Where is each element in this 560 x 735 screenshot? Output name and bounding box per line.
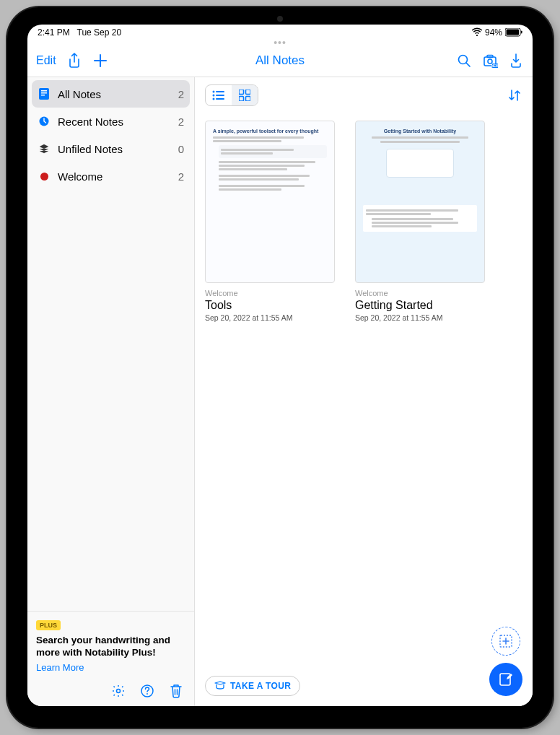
svg-rect-6 bbox=[487, 56, 493, 58]
status-date: Tue Sep 20 bbox=[77, 27, 122, 38]
svg-rect-9 bbox=[39, 88, 49, 100]
sidebar-item-count: 2 bbox=[178, 170, 184, 183]
share-icon[interactable] bbox=[66, 53, 82, 69]
svg-rect-28 bbox=[500, 674, 510, 685]
search-icon[interactable] bbox=[456, 53, 472, 69]
view-segmented bbox=[205, 84, 258, 106]
grid-view-button[interactable] bbox=[232, 85, 258, 105]
new-note-button[interactable] bbox=[489, 663, 522, 696]
note-folder: Welcome bbox=[355, 289, 485, 297]
sort-icon[interactable] bbox=[507, 87, 522, 103]
svg-rect-12 bbox=[41, 95, 45, 96]
sidebar-item-unfiled[interactable]: Unfiled Notes 0 bbox=[27, 135, 194, 162]
sidebar-item-all-notes[interactable]: All Notes 2 bbox=[32, 80, 190, 108]
sidebar-item-label: Welcome bbox=[58, 170, 102, 183]
svg-point-14 bbox=[117, 690, 121, 693]
trash-icon[interactable] bbox=[168, 683, 184, 699]
svg-rect-24 bbox=[246, 90, 251, 95]
svg-rect-10 bbox=[41, 90, 47, 92]
sidebar-item-label: Unfiled Notes bbox=[58, 143, 123, 155]
stack-icon bbox=[38, 142, 51, 155]
learn-more-link[interactable]: Learn More bbox=[36, 662, 185, 673]
note-date: Sep 20, 2022 at 11:55 AM bbox=[355, 313, 485, 322]
plus-promo: PLUS Search your handwriting and more wi… bbox=[27, 611, 194, 679]
note-thumbnail: A simple, powerful toolset for every tho… bbox=[205, 121, 335, 283]
sidebar-item-count: 2 bbox=[178, 88, 184, 100]
note-card[interactable]: A simple, powerful toolset for every tho… bbox=[205, 121, 335, 322]
sidebar-item-count: 2 bbox=[178, 116, 184, 128]
note-folder: Welcome bbox=[205, 289, 335, 297]
svg-rect-23 bbox=[239, 90, 244, 95]
svg-rect-11 bbox=[41, 92, 47, 94]
sidebar-item-recent[interactable]: Recent Notes 2 bbox=[27, 108, 194, 135]
sidebar: All Notes 2 Recent Notes 2 bbox=[27, 77, 195, 706]
svg-rect-2 bbox=[521, 31, 522, 34]
folder-dot-icon bbox=[38, 170, 51, 183]
note-title: Tools bbox=[205, 299, 335, 312]
note-date: Sep 20, 2022 at 11:55 AM bbox=[205, 313, 335, 322]
all-notes-icon bbox=[38, 87, 51, 100]
sidebar-item-count: 0 bbox=[178, 143, 184, 155]
svg-rect-22 bbox=[216, 98, 224, 100]
take-tour-button[interactable]: TAKE A TOUR bbox=[205, 676, 300, 696]
note-title: Getting Started bbox=[355, 299, 485, 312]
sidebar-item-label: All Notes bbox=[58, 88, 101, 100]
clock-icon bbox=[38, 115, 51, 128]
note-card[interactable]: Getting Started with Notability bbox=[355, 121, 485, 322]
svg-point-17 bbox=[213, 91, 215, 93]
svg-point-5 bbox=[488, 59, 492, 64]
import-icon[interactable] bbox=[508, 53, 524, 69]
svg-point-16 bbox=[146, 693, 148, 695]
svg-point-19 bbox=[213, 95, 215, 97]
list-view-button[interactable] bbox=[206, 85, 232, 105]
battery-icon bbox=[505, 28, 522, 37]
scan-new-icon[interactable]: NEW bbox=[482, 53, 498, 69]
svg-text:NEW: NEW bbox=[491, 64, 498, 68]
svg-rect-20 bbox=[216, 95, 224, 96]
nav-bar: Edit All Notes NEW bbox=[27, 45, 533, 77]
sidebar-item-label: Recent Notes bbox=[58, 116, 123, 128]
new-from-template-button[interactable] bbox=[491, 627, 520, 656]
help-icon[interactable] bbox=[139, 683, 155, 699]
svg-rect-18 bbox=[216, 91, 224, 92]
content-area: A simple, powerful toolset for every tho… bbox=[195, 77, 533, 706]
svg-rect-25 bbox=[239, 97, 244, 102]
page-title: All Notes bbox=[255, 53, 305, 68]
add-icon[interactable] bbox=[92, 53, 108, 69]
status-time: 2:41 PM bbox=[38, 27, 70, 38]
sidebar-item-welcome[interactable]: Welcome 2 bbox=[27, 162, 194, 190]
plus-badge: PLUS bbox=[36, 620, 61, 630]
svg-rect-26 bbox=[246, 97, 251, 102]
svg-point-21 bbox=[213, 98, 215, 100]
svg-rect-1 bbox=[507, 30, 520, 35]
battery-percent: 94% bbox=[485, 27, 502, 38]
promo-text: Search your handwriting and more with No… bbox=[36, 634, 185, 659]
settings-icon[interactable] bbox=[110, 683, 126, 699]
edit-button[interactable]: Edit bbox=[36, 54, 56, 67]
note-thumbnail: Getting Started with Notability bbox=[355, 121, 485, 283]
wifi-icon bbox=[472, 27, 482, 38]
